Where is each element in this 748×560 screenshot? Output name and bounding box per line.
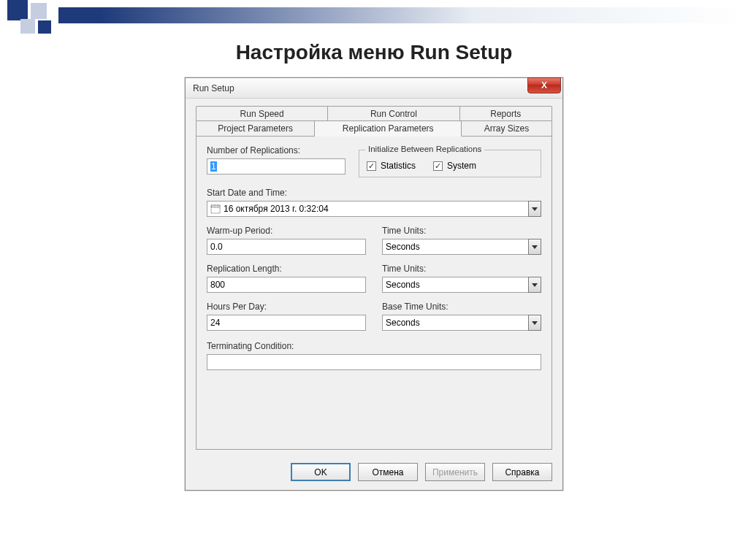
- tab-content: Number of Replications: 1 Initialize Bet…: [196, 136, 552, 450]
- group-title: Initialize Between Replications: [365, 145, 484, 153]
- tab-replication-parameters[interactable]: Replication Parameters: [315, 120, 462, 137]
- warmup-units-value: Seconds: [386, 242, 420, 252]
- terminating-condition-label: Terminating Condition:: [207, 341, 541, 351]
- tab-project-parameters[interactable]: Project Parameters: [196, 120, 315, 136]
- warmup-input[interactable]: [207, 239, 366, 255]
- chevron-down-icon: [532, 321, 538, 325]
- page-title: Настройка меню Run Setup: [0, 41, 748, 64]
- cancel-button[interactable]: Отмена: [358, 463, 418, 481]
- apply-button[interactable]: Применить: [425, 463, 485, 481]
- dropdown-button[interactable]: [528, 277, 541, 293]
- chevron-down-icon: [532, 245, 538, 249]
- checkbox-checked-icon: ✓: [367, 161, 376, 171]
- tab-array-sizes[interactable]: Array Sizes: [462, 120, 552, 136]
- system-label: System: [447, 161, 476, 171]
- svg-marker-2: [532, 207, 538, 211]
- deco-bar: [58, 7, 748, 23]
- hours-per-day-label: Hours Per Day:: [207, 302, 366, 312]
- replen-units-dropdown[interactable]: Seconds: [382, 277, 541, 293]
- dropdown-button[interactable]: [528, 201, 541, 217]
- tab-run-control[interactable]: Run Control: [328, 106, 459, 121]
- svg-marker-5: [532, 321, 538, 325]
- replication-length-input[interactable]: [207, 277, 366, 293]
- warmup-label: Warm-up Period:: [207, 226, 366, 236]
- svg-rect-1: [211, 205, 220, 207]
- deco-square: [20, 19, 35, 34]
- terminating-condition-input[interactable]: [207, 354, 541, 370]
- calendar-icon: [210, 204, 221, 214]
- dialog-body: Run Speed Run Control Reports Project Pa…: [186, 99, 562, 456]
- slide-decoration: [0, 0, 748, 35]
- checkbox-checked-icon: ✓: [433, 161, 443, 171]
- ok-button[interactable]: OK: [291, 463, 351, 481]
- close-button[interactable]: X: [527, 77, 561, 93]
- tabs: Run Speed Run Control Reports Project Pa…: [196, 106, 552, 450]
- titlebar[interactable]: Run Setup X: [186, 78, 562, 99]
- start-date-value: 16 октября 2013 г. 0:32:04: [207, 201, 528, 217]
- replen-label: Replication Length:: [207, 264, 366, 274]
- num-replications-label: Number of Replications:: [207, 145, 346, 156]
- base-units-dropdown[interactable]: Seconds: [382, 315, 541, 331]
- deco-square: [7, 0, 28, 20]
- base-units-value: Seconds: [386, 318, 420, 328]
- start-date-dropdown[interactable]: 16 октября 2013 г. 0:32:04: [207, 201, 541, 217]
- warmup-units-label: Time Units:: [382, 226, 541, 236]
- dropdown-button[interactable]: [528, 239, 541, 255]
- init-between-replications-group: Initialize Between Replications ✓ Statis…: [359, 150, 541, 177]
- statistics-checkbox[interactable]: ✓ Statistics: [367, 161, 416, 171]
- button-bar: OK Отмена Применить Справка: [186, 456, 562, 490]
- chevron-down-icon: [532, 283, 538, 287]
- run-setup-dialog: Run Setup X Run Speed Run Control Report…: [185, 77, 563, 491]
- svg-marker-3: [532, 245, 538, 249]
- tab-run-speed[interactable]: Run Speed: [196, 106, 328, 121]
- base-units-label: Base Time Units:: [382, 302, 541, 312]
- hours-per-day-input[interactable]: [207, 315, 366, 331]
- start-date-label: Start Date and Time:: [207, 188, 541, 198]
- num-replications-value: 1: [210, 161, 217, 172]
- num-replications-input[interactable]: 1: [207, 158, 346, 174]
- deco-square: [38, 20, 51, 34]
- system-checkbox[interactable]: ✓ System: [433, 161, 476, 171]
- replen-units-label: Time Units:: [382, 264, 541, 274]
- statistics-label: Statistics: [381, 161, 416, 171]
- replen-units-value: Seconds: [386, 280, 420, 290]
- dropdown-button[interactable]: [528, 315, 541, 331]
- close-icon: X: [541, 80, 547, 91]
- warmup-units-dropdown[interactable]: Seconds: [382, 239, 541, 255]
- svg-marker-4: [532, 283, 538, 287]
- chevron-down-icon: [532, 207, 538, 211]
- tab-reports[interactable]: Reports: [460, 106, 552, 121]
- dialog-title: Run Setup: [193, 83, 234, 93]
- help-button[interactable]: Справка: [492, 463, 552, 481]
- deco-square: [31, 3, 47, 19]
